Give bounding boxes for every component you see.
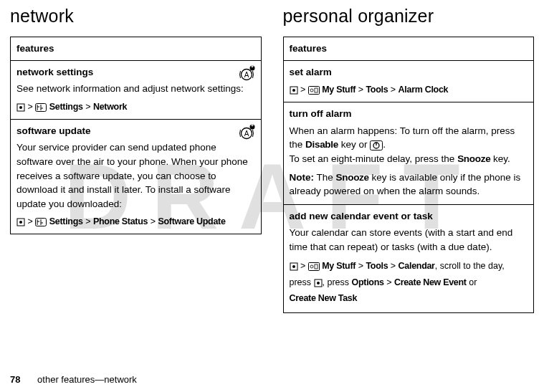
center-key-icon bbox=[290, 262, 298, 271]
turnoff-note: Note: The Snooze key is available only i… bbox=[290, 171, 528, 199]
column-network: network features A network settings bbox=[10, 6, 262, 313]
turnoff-line2: To set an eight-minute delay, press the … bbox=[290, 152, 528, 166]
svg-rect-28 bbox=[315, 264, 318, 269]
section-set-alarm: set alarm > My Stuff > Tools > Alarm Clo… bbox=[284, 61, 534, 103]
calendar-body: Your calendar can store events (with a s… bbox=[290, 226, 528, 254]
center-key-icon bbox=[290, 86, 298, 95]
svg-point-6 bbox=[19, 106, 22, 109]
nav-calendar: > My Stuff > Tools > Calendar, scroll to… bbox=[290, 258, 528, 307]
nav-software-update: > Settings > Phone Status > Software Upd… bbox=[16, 215, 255, 228]
title-turn-off-alarm: turn off alarm bbox=[290, 107, 528, 121]
section-calendar: add new calendar event or task Your cale… bbox=[284, 205, 534, 312]
body-network-settings: See network information and adjust netwo… bbox=[16, 82, 255, 96]
features-header-right: features bbox=[284, 37, 534, 61]
body-software-update: Your service provider can send updated p… bbox=[16, 140, 255, 211]
nav-network-settings: > Settings > Network bbox=[16, 100, 255, 113]
footer: 78 other features—network bbox=[10, 374, 137, 385]
svg-rect-20 bbox=[315, 88, 318, 92]
nav-set-alarm: > My Stuff > Tools > Alarm Clock bbox=[290, 83, 528, 96]
svg-point-30 bbox=[317, 282, 320, 285]
title-network-settings: network settings bbox=[16, 65, 255, 80]
center-key-icon bbox=[314, 279, 323, 287]
mystuff-icon bbox=[308, 262, 320, 271]
svg-text:A: A bbox=[244, 71, 249, 79]
title-calendar: add new calendar event or task bbox=[290, 209, 528, 224]
mystuff-icon bbox=[308, 86, 320, 95]
footer-text: other features—network bbox=[37, 374, 137, 385]
svg-point-14 bbox=[19, 221, 22, 224]
provider-icon: A bbox=[238, 124, 257, 144]
center-key-icon bbox=[16, 103, 25, 112]
heading-network: network bbox=[10, 6, 262, 27]
svg-text:A: A bbox=[244, 130, 249, 138]
svg-point-25 bbox=[292, 265, 295, 268]
settings-icon bbox=[35, 218, 47, 226]
section-turn-off-alarm: turn off alarm When an alarm happens: To… bbox=[284, 102, 534, 204]
features-header-left: features bbox=[11, 37, 261, 61]
svg-point-17 bbox=[292, 89, 295, 92]
settings-icon bbox=[35, 103, 47, 112]
title-software-update: software update bbox=[16, 124, 255, 138]
section-network-settings: A network settings See network informati… bbox=[11, 61, 261, 120]
title-set-alarm: set alarm bbox=[290, 65, 528, 80]
table-organizer: features set alarm > My Stuff > Tools > … bbox=[283, 37, 535, 313]
turnoff-line1: When an alarm happens: To turn off the a… bbox=[290, 124, 528, 152]
section-software-update: A software update Your service provider … bbox=[11, 120, 261, 234]
table-network: features A network settings See network … bbox=[10, 37, 262, 234]
svg-point-27 bbox=[310, 265, 313, 268]
heading-organizer: personal organizer bbox=[283, 6, 535, 27]
svg-rect-12 bbox=[252, 124, 252, 126]
end-key-icon bbox=[370, 140, 383, 150]
center-key-icon bbox=[16, 218, 25, 226]
page-number: 78 bbox=[10, 374, 20, 385]
column-organizer: personal organizer features set alarm > … bbox=[283, 6, 535, 313]
provider-icon: A bbox=[238, 65, 257, 85]
svg-point-19 bbox=[310, 89, 313, 92]
svg-rect-4 bbox=[252, 65, 252, 67]
